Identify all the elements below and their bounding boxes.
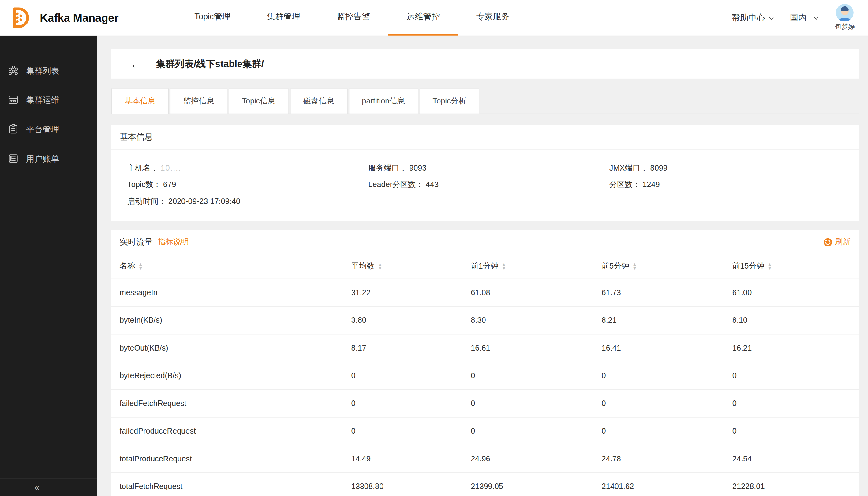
app-root: Kafka Manager Topic管理集群管理监控告警运维管控专家服务 帮助… [0, 0, 868, 496]
nav-item-运维管控[interactable]: 运维管控 [388, 0, 458, 35]
column-header-名称[interactable]: 名称▲▼ [111, 254, 343, 279]
tab-partition信息[interactable]: partition信息 [349, 89, 419, 114]
help-center-link[interactable]: 帮助中心 [732, 13, 773, 23]
metric-value-cell: 0 [593, 389, 724, 417]
region-select[interactable]: 国内 [790, 13, 818, 23]
column-header-平均数[interactable]: 平均数▲▼ [343, 254, 462, 279]
metric-value-cell: 3.80 [343, 306, 462, 334]
metric-value-cell: 31.22 [343, 279, 462, 306]
column-label: 名称 [120, 261, 135, 270]
column-label: 前15分钟 [732, 261, 764, 270]
sidebar-item-label: 集群运维 [26, 95, 59, 106]
realtime-header: 实时流量 指标说明 刷新 [111, 230, 859, 254]
sidebar-item-用户账单[interactable]: 用户账单 [0, 144, 97, 174]
tab-基本信息[interactable]: 基本信息 [111, 89, 169, 114]
sort-icon[interactable]: ▲▼ [632, 262, 637, 270]
field-value: 1249 [643, 179, 660, 190]
app-logo-icon [9, 7, 31, 29]
metric-value-cell: 0 [593, 417, 724, 445]
metric-value-cell: 0 [462, 417, 593, 445]
field-label: Leader分区数： [368, 179, 423, 190]
sort-icon[interactable]: ▲▼ [138, 262, 143, 270]
metric-name-cell: failedFetchRequest [111, 389, 343, 417]
user-bill-icon [7, 153, 19, 166]
sidebar-collapse-button[interactable]: « [0, 478, 97, 496]
column-header-前1分钟[interactable]: 前1分钟▲▼ [462, 254, 593, 279]
tab-Topic信息[interactable]: Topic信息 [228, 89, 289, 114]
back-arrow-icon[interactable]: ← [130, 58, 142, 69]
field-label: 分区数： [610, 179, 640, 190]
realtime-title: 实时流量 [120, 237, 153, 247]
metric-value-cell: 0 [724, 389, 859, 417]
metric-value-cell: 21399.05 [462, 472, 593, 496]
metric-value-cell: 14.49 [343, 445, 462, 472]
info-field: 主机名：10.... [127, 162, 368, 173]
nav-item-集群管理[interactable]: 集群管理 [249, 0, 319, 35]
sidebar-item-label: 用户账单 [26, 154, 59, 165]
metric-name-cell: failedProduceRequest [111, 417, 343, 445]
metric-name-cell: byteRejected(B/s) [111, 361, 343, 389]
main-content: ← 集群列表/线下stable集群/ 基本信息监控信息Topic信息磁盘信息pa… [97, 35, 868, 496]
metric-value-cell: 24.78 [593, 445, 724, 472]
table-row: byteOut(KB/s)8.1716.6116.4116.21 [111, 334, 859, 361]
table-row: byteIn(KB/s)3.808.308.218.10 [111, 306, 859, 334]
metric-value-cell: 8.21 [593, 306, 724, 334]
sort-icon[interactable]: ▲▼ [768, 262, 772, 270]
refresh-button[interactable]: 刷新 [824, 237, 850, 247]
field-value: 8099 [650, 162, 667, 173]
metric-value-cell: 16.41 [593, 334, 724, 361]
metric-value-cell: 0 [724, 417, 859, 445]
info-field: 服务端口：9093 [368, 162, 609, 173]
table-body: messageIn31.2261.0861.7361.00byteIn(KB/s… [111, 279, 859, 496]
column-label: 前1分钟 [471, 261, 498, 270]
page-title-bar: ← 集群列表/线下stable集群/ [111, 49, 859, 79]
metric-value-cell: 0 [343, 417, 462, 445]
cluster-ops-icon [7, 94, 19, 107]
sidebar-item-集群运维[interactable]: 集群运维 [0, 86, 97, 115]
tab-bar: 基本信息监控信息Topic信息磁盘信息partition信息Topic分析 [111, 89, 859, 114]
top-header: Kafka Manager Topic管理集群管理监控告警运维管控专家服务 帮助… [0, 0, 868, 35]
field-label: 启动时间： [127, 195, 166, 206]
avatar[interactable] [836, 4, 854, 22]
metric-explain-link[interactable]: 指标说明 [158, 237, 189, 247]
table-row: totalProduceRequest14.4924.9624.7824.54 [111, 445, 859, 472]
metric-name-cell: byteOut(KB/s) [111, 334, 343, 361]
metric-name-cell: byteIn(KB/s) [111, 306, 343, 334]
metric-value-cell: 0 [343, 389, 462, 417]
table-row: messageIn31.2261.0861.7361.00 [111, 279, 859, 306]
sidebar-item-平台管理[interactable]: 平台管理 [0, 115, 97, 144]
column-header-前15分钟[interactable]: 前15分钟▲▼ [724, 254, 859, 279]
username-label: 包梦婷 [835, 22, 854, 32]
nav-item-专家服务[interactable]: 专家服务 [458, 0, 528, 35]
column-label: 前5分钟 [602, 261, 629, 270]
metric-value-cell: 13308.80 [343, 472, 462, 496]
sidebar-item-label: 集群列表 [26, 66, 59, 76]
sidebar-item-集群列表[interactable]: 集群列表 [0, 56, 97, 86]
tab-Topic分析[interactable]: Topic分析 [419, 89, 479, 114]
column-label: 平均数 [351, 261, 375, 270]
user-profile[interactable]: 包梦婷 [835, 4, 854, 32]
metric-value-cell: 61.73 [593, 279, 724, 306]
nav-item-监控告警[interactable]: 监控告警 [319, 0, 389, 35]
refresh-icon [824, 238, 832, 246]
tab-监控信息[interactable]: 监控信息 [170, 89, 227, 114]
caret-down-icon: ▼ [378, 266, 382, 270]
sidebar: 集群列表集群运维平台管理用户账单 « [0, 35, 97, 496]
metric-value-cell: 8.10 [724, 306, 859, 334]
column-header-前5分钟[interactable]: 前5分钟▲▼ [593, 254, 724, 279]
sidebar-item-label: 平台管理 [26, 125, 59, 135]
info-field: 分区数：1249 [610, 179, 850, 190]
app-title: Kafka Manager [40, 11, 119, 24]
nav-item-Topic管理[interactable]: Topic管理 [176, 0, 249, 35]
metric-value-cell: 0 [462, 389, 593, 417]
collapse-icon: « [34, 482, 39, 492]
metrics-table: 名称▲▼平均数▲▼前1分钟▲▼前5分钟▲▼前15分钟▲▼ messageIn31… [111, 254, 859, 496]
table-row: totalFetchRequest13308.8021399.0521401.6… [111, 472, 859, 496]
metric-value-cell: 16.21 [724, 334, 859, 361]
metric-value-cell: 8.17 [343, 334, 462, 361]
sort-icon[interactable]: ▲▼ [378, 262, 382, 270]
sort-icon[interactable]: ▲▼ [502, 262, 506, 270]
metric-value-cell: 0 [343, 361, 462, 389]
field-label: JMX端口： [610, 162, 648, 173]
tab-磁盘信息[interactable]: 磁盘信息 [290, 89, 347, 114]
